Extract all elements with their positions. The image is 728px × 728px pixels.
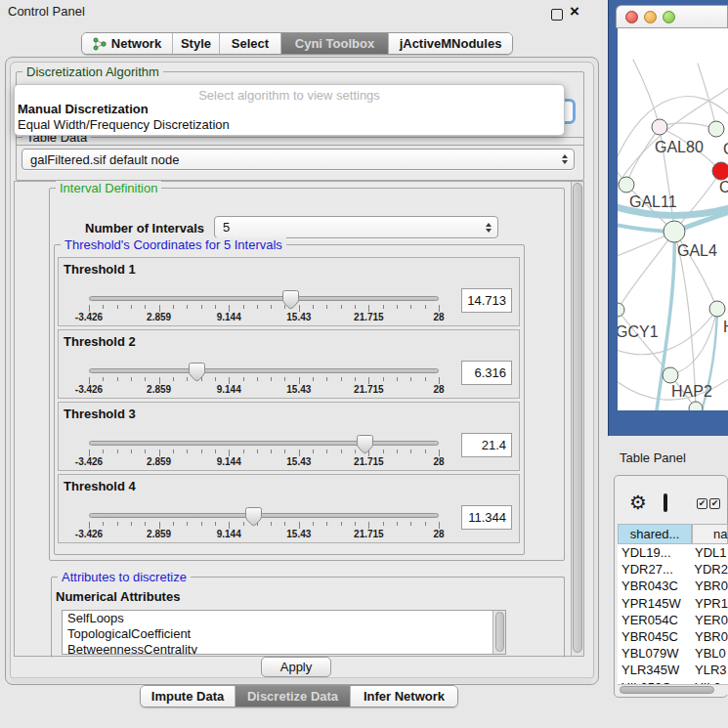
scrollbar-thumb[interactable] <box>573 183 582 653</box>
close-icon[interactable]: × <box>570 3 579 20</box>
dropdown-option-manual[interactable]: Manual Discretization <box>18 102 149 116</box>
cell-shared-name[interactable]: YER054C <box>618 613 692 627</box>
network-node-GAL11[interactable] <box>619 177 634 193</box>
network-window-titlebar[interactable] <box>616 5 728 28</box>
network-node-HAP2[interactable] <box>663 367 678 383</box>
tick-mark <box>410 522 411 526</box>
attribute-list-item[interactable]: SelfLoops <box>63 611 505 626</box>
cell-name[interactable]: YDL1 <box>692 545 727 560</box>
scrollbar-thumb[interactable] <box>620 686 714 694</box>
numerical-attributes-list[interactable]: SelfLoopsTopologicalCoefficientBetweenne… <box>62 610 506 655</box>
threshold-value-field[interactable]: 14.713 <box>461 288 512 313</box>
tick-label: 9.144 <box>217 384 241 395</box>
threshold-value-field[interactable]: 6.316 <box>461 361 512 385</box>
tick-mark <box>243 522 244 526</box>
network-canvas[interactable]: GAL80GACGAL11GAL4GCY1HAHAP2 <box>618 28 728 410</box>
tab-network[interactable]: Network <box>82 33 173 54</box>
cell-name[interactable]: YBR0 <box>692 578 728 593</box>
tab-style[interactable]: Style <box>173 33 220 54</box>
tab-discretize-data[interactable]: Discretize Data <box>236 686 351 707</box>
table-row[interactable]: YLR345WYLR3 <box>618 662 728 678</box>
settings-vertical-scrollbar[interactable] <box>571 182 583 656</box>
float-window-icon[interactable] <box>551 9 563 21</box>
column-header-shared-name[interactable]: shared... <box>618 524 692 544</box>
network-edge[interactable] <box>660 123 716 129</box>
gear-icon[interactable]: ⚙ <box>629 491 647 514</box>
cell-name[interactable]: YLR3 <box>692 663 727 677</box>
network-node-partial-node[interactable] <box>689 402 703 410</box>
dropdown-option-equal-width[interactable]: Equal Width/Frequency Discretization <box>18 117 230 132</box>
slider-track[interactable] <box>89 368 439 373</box>
network-node-node-top-right[interactable] <box>708 121 724 137</box>
tick-mark <box>89 377 90 384</box>
checkbox-checked-icon[interactable]: ✔ <box>709 498 720 509</box>
tab-impute-data[interactable]: Impute Data <box>141 686 236 707</box>
network-edge[interactable] <box>626 127 660 185</box>
cell-name[interactable]: YER0 <box>692 613 728 627</box>
table-row[interactable]: YBL079WYBL0 <box>618 645 728 662</box>
minimize-traffic-light-icon[interactable] <box>644 11 657 23</box>
cell-shared-name[interactable]: YDL19... <box>618 545 692 560</box>
apply-button[interactable]: Apply <box>261 657 331 677</box>
cell-shared-name[interactable]: YPR145W <box>618 596 692 611</box>
tab-infer-network[interactable]: Infer Network <box>351 686 457 707</box>
number-of-intervals-combobox[interactable]: 5 <box>214 216 498 238</box>
slider-scale-labels: -3.4262.8599.14415.4321.71528 <box>89 456 439 468</box>
slider-track[interactable] <box>89 296 439 301</box>
attribute-list-item[interactable]: BetweennessCentrality <box>63 642 505 655</box>
slider-thumb[interactable] <box>282 289 299 310</box>
threshold-value-field[interactable]: 11.344 <box>461 505 512 530</box>
network-edge[interactable] <box>698 64 716 129</box>
table-row[interactable]: YDR27...YDR2 <box>618 561 728 578</box>
tick-mark <box>187 450 188 453</box>
tab-cyni-toolbox[interactable]: Cyni Toolbox <box>281 33 389 54</box>
tick-mark <box>355 377 356 381</box>
network-node-H-node[interactable] <box>709 301 725 317</box>
table-body[interactable]: YDL19...YDL1YDR27...YDR2YBR043CYBR0YPR14… <box>618 544 728 684</box>
checkbox-checked-icon[interactable]: ✔ <box>697 498 707 509</box>
table-row[interactable]: YBR043CYBR0 <box>618 578 728 594</box>
cell-shared-name[interactable]: YDR27... <box>618 562 691 577</box>
slider-thumb[interactable] <box>245 506 262 527</box>
table-row[interactable]: YER054CYER0 <box>618 612 728 628</box>
network-node-red-node[interactable] <box>712 162 728 180</box>
table-horizontal-scrollbar[interactable] <box>618 684 728 695</box>
threshold-value-field[interactable]: 21.4 <box>461 433 512 457</box>
attribute-list-item[interactable]: TopologicalCoefficient <box>63 626 505 642</box>
network-node-GCY1[interactable] <box>618 303 624 317</box>
tick-label: -3.426 <box>75 529 103 539</box>
attributes-list-scrollbar[interactable] <box>492 611 505 654</box>
slider-thumb[interactable] <box>189 362 205 382</box>
zoom-traffic-light-icon[interactable] <box>663 11 675 23</box>
tick-mark <box>145 305 146 309</box>
tick-mark <box>284 450 285 453</box>
slider-track[interactable] <box>89 513 439 518</box>
cell-name[interactable]: YDR2 <box>691 562 728 577</box>
table-row[interactable]: YBR045CYBR0 <box>618 628 728 645</box>
slider-track[interactable] <box>89 441 439 446</box>
cell-shared-name[interactable]: YBL079W <box>618 646 692 661</box>
table-row[interactable]: YDL19...YDL1 <box>618 544 728 561</box>
threshold-label: Threshold 4 <box>64 479 136 493</box>
cell-shared-name[interactable]: YLR345W <box>618 663 692 677</box>
cell-name[interactable]: YBR0 <box>692 629 728 644</box>
cell-shared-name[interactable]: YBR043C <box>618 578 692 593</box>
scrollbar-thumb[interactable] <box>495 612 504 652</box>
network-node-GAL80[interactable] <box>652 119 667 135</box>
network-node-GAL4[interactable] <box>664 221 685 242</box>
slider-thumb[interactable] <box>357 434 373 454</box>
tick-mark <box>425 450 426 453</box>
tab-select[interactable]: Select <box>220 33 281 54</box>
network-edge[interactable] <box>633 60 660 127</box>
cell-shared-name[interactable]: YBR045C <box>618 629 692 644</box>
table-row[interactable]: YPR145WYPR1 <box>618 595 728 612</box>
tab-jactivemnodules[interactable]: jActiveMNodules <box>389 33 512 54</box>
network-edge[interactable] <box>618 232 674 310</box>
split-panel-icon[interactable] <box>664 493 667 512</box>
close-traffic-light-icon[interactable] <box>625 11 638 23</box>
table-data-combobox[interactable]: galFiltered.sif default node <box>21 149 575 170</box>
cell-name[interactable]: YPR1 <box>692 596 728 611</box>
network-graph[interactable]: GAL80GACGAL11GAL4GCY1HAHAP2 <box>618 28 728 410</box>
cell-name[interactable]: YBL0 <box>692 646 726 661</box>
column-header-name[interactable]: na <box>692 524 728 544</box>
